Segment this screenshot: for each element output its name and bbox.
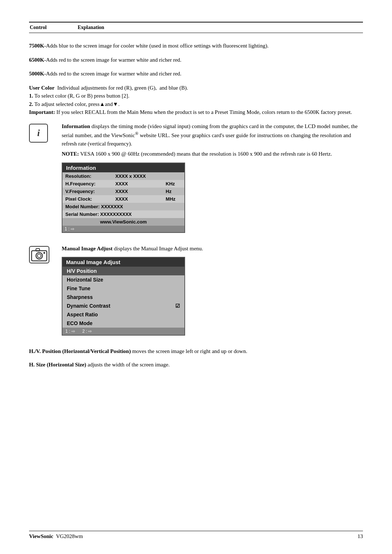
- section-user-color: User Color Individual adjustments for re…: [29, 84, 363, 116]
- information-icon-col: i: [29, 122, 62, 143]
- section-6500k: 6500K-Adds red to the screen image for w…: [29, 56, 363, 64]
- mia-intro: Manual Image Adjust displays the Manual …: [62, 245, 363, 253]
- mia-item-label: Fine Tune: [67, 286, 90, 291]
- section-7500k: 7500K-Adds blue to the screen image for …: [29, 42, 363, 50]
- page: Control Explanation 7500K-Adds blue to t…: [0, 0, 392, 395]
- footer-brand: ViewSonic VG2028wm: [29, 533, 83, 539]
- mia-item-label: Dynamic Contrast: [67, 303, 110, 309]
- row-unit: MHz: [163, 195, 184, 203]
- table-row: Serial Number: XXXXXXXXXX: [62, 210, 184, 218]
- section-5000k: 5000K-Adds red to the screen image for w…: [29, 70, 363, 78]
- mia-item-sharpness: Sharpness: [62, 293, 184, 301]
- information-icon-label: i: [37, 128, 40, 139]
- mia-footer-2: 2 : ⇨: [82, 329, 92, 334]
- row-value: XXXX x XXXX: [113, 172, 163, 180]
- information-box-footer: 1 : ⇨: [62, 226, 184, 232]
- row-value: XXXX: [113, 195, 163, 203]
- mia-footer-1: 1 : ⇨: [65, 329, 75, 334]
- information-text-col: Information displays the timing mode (vi…: [62, 122, 363, 237]
- header-table: Control Explanation: [29, 22, 363, 33]
- mia-item-label: Horizontal Size: [67, 277, 103, 283]
- bottom-section: H./V. Position (Horizontal/Vertical Posi…: [29, 347, 363, 369]
- information-icon: i: [29, 124, 48, 143]
- information-intro: Information displays the timing mode (vi…: [62, 122, 363, 148]
- mia-item-label: Aspect Ratio: [67, 312, 98, 317]
- header-explanation: Explanation: [78, 23, 362, 32]
- row-label: Pixel Clock:: [62, 195, 113, 203]
- section-mia: Manual Image Adjust displays the Manual …: [29, 245, 363, 340]
- text-user-color-1: 1. To select color (R, G or B) press but…: [29, 92, 363, 100]
- mia-box-title: Manual Image Adjust: [62, 258, 184, 267]
- mia-item-label: Sharpness: [67, 294, 93, 300]
- footer-model: VG2028wm: [56, 533, 83, 539]
- camera-svg: [31, 248, 48, 262]
- mia-item-ecomode: ECO Mode: [62, 319, 184, 328]
- table-row: Resolution: XXXX x XXXX: [62, 172, 184, 180]
- mia-item-label: ECO Mode: [67, 320, 93, 326]
- mia-item-finetune: Fine Tune: [62, 284, 184, 293]
- row-value: XXXX: [113, 188, 163, 195]
- text-h-size: H. Size (Horizontal Size) adjusts the wi…: [29, 361, 363, 369]
- svg-point-2: [37, 254, 41, 258]
- table-row: H.Frequency: XXXX KHz: [62, 180, 184, 188]
- text-user-color: User Color Individual adjustments for re…: [29, 84, 363, 92]
- information-table: Resolution: XXXX x XXXX H.Frequency: XXX…: [62, 172, 184, 218]
- svg-point-1: [36, 253, 42, 259]
- row-model: Model Number: XXXXXXX: [62, 203, 184, 210]
- mia-item-dynamiccontrast: Dynamic Contrast ☑: [62, 301, 184, 310]
- text-user-color-2: 2. To adjust selected color, press▲and▼.: [29, 100, 363, 108]
- row-unit: Hz: [163, 188, 184, 195]
- mia-icon-col: [29, 245, 62, 263]
- row-label: V.Frequency:: [62, 188, 113, 195]
- text-hv-position: H./V. Position (Horizontal/Vertical Posi…: [29, 347, 363, 356]
- row-label: Resolution:: [62, 172, 113, 180]
- row-serial: Serial Number: XXXXXXXXXX: [62, 210, 184, 218]
- mia-item-hvposition: H/V Position: [62, 267, 184, 275]
- mia-box: Manual Image Adjust H/V Position Horizon…: [62, 257, 185, 336]
- mia-item-aspectratio: Aspect Ratio: [62, 310, 184, 319]
- mia-icon: [29, 246, 49, 263]
- table-row: Model Number: XXXXXXX: [62, 203, 184, 210]
- table-row: V.Frequency: XXXX Hz: [62, 188, 184, 195]
- text-user-color-important: Important: If you select RECALL from the…: [29, 108, 363, 116]
- footer-page-number: 13: [358, 533, 363, 539]
- information-note: NOTE: VESA 1600 x 900 @ 60Hz (recommende…: [62, 150, 363, 158]
- text-5000k: 5000K-Adds red to the screen image for w…: [29, 70, 363, 78]
- text-7500k: 7500K-Adds blue to the screen image for …: [29, 42, 363, 50]
- mia-text-col: Manual Image Adjust displays the Manual …: [62, 245, 363, 340]
- footer-brand-name: ViewSonic: [29, 533, 53, 539]
- information-box: Information Resolution: XXXX x XXXX H.Fr…: [62, 163, 185, 233]
- mia-item-check: ☑: [175, 303, 180, 309]
- text-6500k: 6500K-Adds red to the screen image for w…: [29, 56, 363, 64]
- mia-items: H/V Position Horizontal Size Fine Tune S…: [62, 267, 184, 328]
- header-control: Control: [30, 23, 77, 32]
- svg-point-4: [44, 252, 45, 254]
- row-unit: KHz: [163, 180, 184, 188]
- mia-item-horizontalsize: Horizontal Size: [62, 275, 184, 284]
- table-row: Pixel Clock: XXXX MHz: [62, 195, 184, 203]
- page-footer: ViewSonic VG2028wm 13: [29, 531, 363, 539]
- mia-box-footer: 1 : ⇨ 2 : ⇨: [62, 328, 184, 335]
- row-label: H.Frequency:: [62, 180, 113, 188]
- row-value: XXXX: [113, 180, 163, 188]
- row-unit: [163, 172, 184, 180]
- mia-item-label: H/V Position: [67, 268, 97, 274]
- information-box-title: Information: [62, 163, 184, 172]
- information-website: www.ViewSonic.com: [62, 218, 184, 226]
- section-information: i Information displays the timing mode (…: [29, 122, 363, 237]
